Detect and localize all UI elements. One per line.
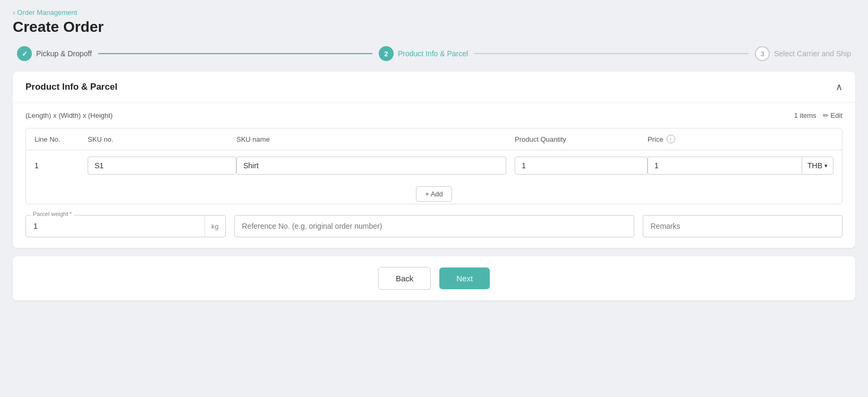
card-header: Product Info & Parcel ∧: [13, 72, 855, 103]
add-item-button[interactable]: + Add: [416, 186, 452, 202]
pencil-icon: ✏: [823, 111, 829, 119]
dimensions-row: (Length) x (Width) x (Height) 1 items ✏ …: [25, 111, 843, 119]
bottom-bar: Back Next: [13, 256, 855, 300]
parcel-weight-input[interactable]: [26, 215, 205, 237]
items-count: 1 items: [794, 111, 816, 119]
col-line-no: Line No.: [35, 135, 88, 143]
sku-no-input[interactable]: [88, 157, 236, 175]
step-2-circle: 2: [379, 46, 394, 61]
collapse-icon[interactable]: ∧: [836, 81, 843, 93]
reference-input[interactable]: [234, 215, 634, 237]
card-title: Product Info & Parcel: [25, 82, 117, 92]
breadcrumb-label: Order Management: [17, 8, 77, 16]
currency-select[interactable]: THB ▾: [802, 157, 833, 175]
edit-button[interactable]: ✏ Edit: [823, 111, 843, 119]
step-1: ✓ Pickup & Dropoff: [17, 46, 92, 61]
currency-chevron-icon: ▾: [824, 162, 828, 169]
items-edit: 1 items ✏ Edit: [794, 111, 843, 119]
step-3-label: Select Carrier and Ship: [774, 49, 851, 58]
quantity-cell: [515, 157, 648, 175]
product-info-card: Product Info & Parcel ∧ (Length) x (Widt…: [13, 72, 855, 248]
sku-name-input[interactable]: [236, 157, 506, 175]
step-2-label: Product Info & Parcel: [398, 49, 468, 58]
col-quantity: Product Quantity: [515, 135, 648, 143]
currency-value: THB: [807, 161, 822, 170]
remarks-input[interactable]: [643, 215, 843, 237]
quantity-input[interactable]: [515, 157, 648, 175]
step-3: 3 Select Carrier and Ship: [755, 46, 851, 61]
parcel-weight-wrapper: kg: [25, 215, 226, 237]
sku-name-cell: [236, 157, 515, 175]
weight-unit: kg: [205, 216, 225, 237]
parcel-weight-group: Parcel weight * kg: [25, 215, 226, 237]
col-sku-name: SKU name: [236, 135, 515, 143]
edit-label: Edit: [831, 111, 843, 119]
table-row: 1 THB ▾: [26, 150, 842, 181]
table-header: Line No. SKU no. SKU name Product Quanti…: [26, 128, 842, 150]
price-info-icon[interactable]: i: [667, 135, 675, 143]
dimensions-label: (Length) x (Width) x (Height): [25, 111, 113, 119]
back-button[interactable]: Back: [378, 267, 431, 290]
price-cell: THB ▾: [648, 157, 833, 175]
step-3-circle: 3: [755, 46, 770, 61]
remarks-group: [643, 215, 843, 237]
next-button[interactable]: Next: [439, 267, 490, 289]
col-price: Price i: [648, 135, 833, 143]
step-line-1: [98, 53, 372, 54]
reference-group: [234, 215, 634, 237]
line-number: 1: [35, 161, 88, 170]
price-input[interactable]: [648, 157, 802, 175]
sku-no-cell: [88, 157, 236, 175]
step-1-circle: ✓: [17, 46, 32, 61]
parcel-section: Parcel weight * kg: [25, 215, 843, 237]
product-table: Line No. SKU no. SKU name Product Quanti…: [25, 128, 843, 204]
step-1-label: Pickup & Dropoff: [36, 49, 92, 58]
step-line-2: [474, 53, 748, 54]
page-title: Create Order: [13, 19, 855, 36]
card-body: (Length) x (Width) x (Height) 1 items ✏ …: [13, 103, 855, 248]
col-sku-no: SKU no.: [88, 135, 236, 143]
stepper: ✓ Pickup & Dropoff 2 Product Info & Parc…: [13, 46, 855, 61]
step-2: 2 Product Info & Parcel: [379, 46, 468, 61]
parcel-weight-label: Parcel weight *: [31, 211, 74, 217]
breadcrumb[interactable]: ‹ Order Management: [13, 8, 855, 16]
breadcrumb-arrow: ‹: [13, 8, 15, 16]
add-row: + Add: [26, 181, 842, 204]
